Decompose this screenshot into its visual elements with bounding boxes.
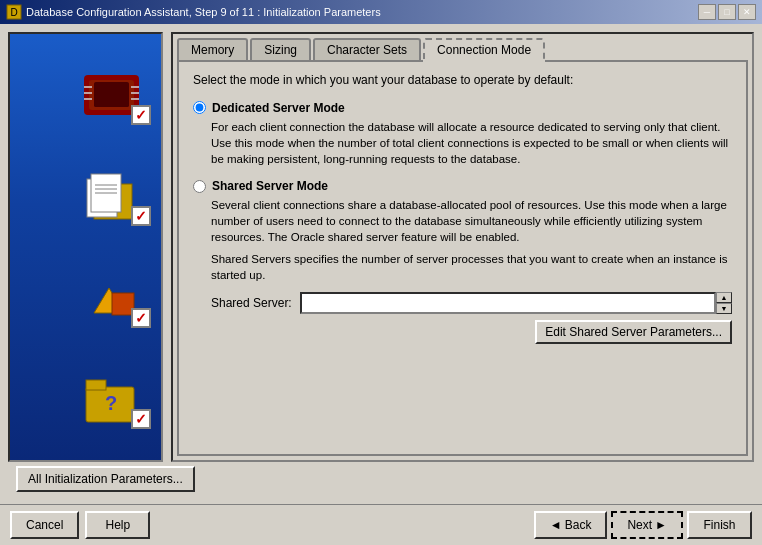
spinner-up-button[interactable]: ▲ — [716, 292, 732, 303]
description-text: Select the mode in which you want your d… — [193, 72, 732, 89]
tab-sizing[interactable]: Sizing — [250, 38, 311, 60]
tab-character-sets[interactable]: Character Sets — [313, 38, 421, 60]
shared-server-section: Shared Server Mode Several client connec… — [193, 179, 732, 343]
svg-rect-20 — [86, 380, 106, 390]
svg-text:D: D — [10, 7, 17, 18]
back-arrow-icon: ◄ — [550, 518, 562, 532]
titlebar-title: Database Configuration Assistant, Step 9… — [26, 6, 381, 18]
tab-connection-mode[interactable]: Connection Mode — [423, 38, 545, 62]
titlebar-left: D Database Configuration Assistant, Step… — [6, 4, 381, 20]
sidebar-item-docs: ✓ — [20, 166, 151, 226]
sidebar-item-shapes: ✓ — [20, 268, 151, 328]
tabs-bar: Memory Sizing Character Sets Connection … — [173, 34, 752, 60]
shared-server-description-1: Several client connections share a datab… — [211, 197, 732, 245]
check-mark-2: ✓ — [135, 208, 147, 224]
footer: Cancel Help ◄ Back Next ► Finish — [0, 504, 762, 545]
dedicated-server-radio-label[interactable]: Dedicated Server Mode — [193, 101, 732, 115]
shared-server-radio-label[interactable]: Shared Server Mode — [193, 179, 732, 193]
spinner-down-button[interactable]: ▼ — [716, 303, 732, 314]
main-area: ✓ ✓ — [0, 24, 762, 504]
check-mark-4: ✓ — [135, 411, 147, 427]
finish-button[interactable]: Finish — [687, 511, 752, 539]
sidebar-checkbox-1: ✓ — [131, 105, 151, 125]
shared-server-label: Shared Server: — [211, 296, 292, 310]
titlebar-controls: ─ □ ✕ — [698, 4, 756, 20]
dedicated-server-section: Dedicated Server Mode For each client co… — [193, 101, 732, 167]
svg-text:?: ? — [105, 392, 117, 414]
all-params-button[interactable]: All Initialization Parameters... — [16, 466, 195, 492]
footer-left: Cancel Help — [10, 511, 150, 539]
sidebar-item-help: ? ✓ — [20, 369, 151, 429]
tab-memory[interactable]: Memory — [177, 38, 248, 60]
footer-right: ◄ Back Next ► Finish — [534, 511, 752, 539]
dedicated-server-radio[interactable] — [193, 101, 206, 114]
sidebar-checkbox-2: ✓ — [131, 206, 151, 226]
app-icon: D — [6, 4, 22, 20]
shared-server-input-wrapper: ▲ ▼ — [300, 292, 732, 314]
shared-server-input[interactable] — [300, 292, 716, 314]
help-button[interactable]: Help — [85, 511, 150, 539]
sidebar-item-chip: ✓ — [20, 65, 151, 125]
sidebar-checkbox-3: ✓ — [131, 308, 151, 328]
svg-rect-2 — [89, 80, 134, 110]
dedicated-server-description: For each client connection the database … — [211, 119, 732, 167]
right-panel: Memory Sizing Character Sets Connection … — [171, 32, 754, 462]
tab-content: Select the mode in which you want your d… — [177, 60, 748, 456]
close-button[interactable]: ✕ — [738, 4, 756, 20]
cancel-button[interactable]: Cancel — [10, 511, 79, 539]
maximize-button[interactable]: □ — [718, 4, 736, 20]
next-button[interactable]: Next ► — [611, 511, 683, 539]
shared-server-radio[interactable] — [193, 180, 206, 193]
minimize-button[interactable]: ─ — [698, 4, 716, 20]
shared-server-description-2: Shared Servers specifies the number of s… — [211, 251, 732, 283]
edit-shared-server-button[interactable]: Edit Shared Server Parameters... — [535, 320, 732, 344]
svg-rect-3 — [94, 83, 129, 107]
sidebar-checkbox-4: ✓ — [131, 409, 151, 429]
check-mark-1: ✓ — [135, 107, 147, 123]
spinner-buttons: ▲ ▼ — [716, 292, 732, 314]
bottom-area: All Initialization Parameters... — [8, 462, 754, 496]
check-mark-3: ✓ — [135, 310, 147, 326]
sidebar: ✓ ✓ — [8, 32, 163, 462]
content-area: ✓ ✓ — [8, 32, 754, 462]
next-arrow-icon: ► — [655, 518, 667, 532]
shared-server-row: Shared Server: ▲ ▼ — [211, 292, 732, 314]
back-button[interactable]: ◄ Back — [534, 511, 608, 539]
titlebar: D Database Configuration Assistant, Step… — [0, 0, 762, 24]
